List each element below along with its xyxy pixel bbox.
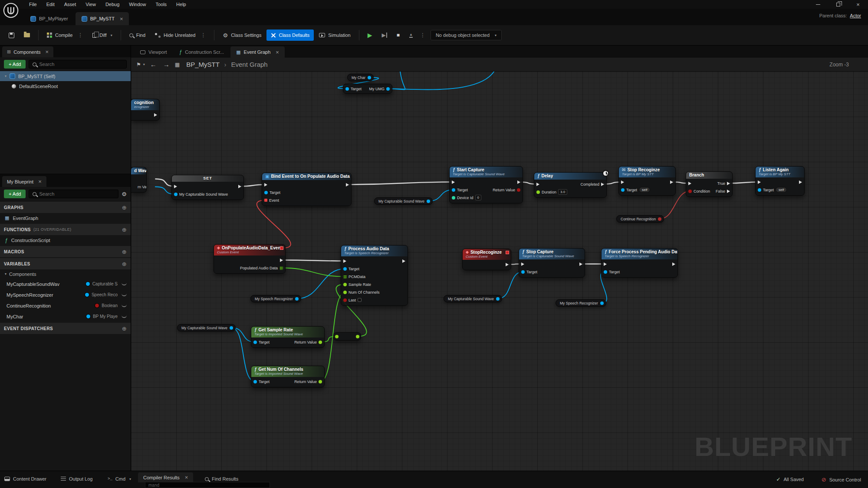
add-icon[interactable]: ⊕ [122,261,127,267]
graph-tab-event-graph[interactable]: ▦Event Graph× [230,46,285,58]
bool-pin[interactable] [343,298,347,302]
variable-pill-my-char[interactable]: My Char [347,74,374,81]
delegate-pin[interactable] [264,199,267,202]
float-pin[interactable] [319,341,322,344]
menu-debug[interactable]: Debug [101,1,124,8]
minimize-button[interactable] [808,0,828,9]
exec-pin[interactable] [601,183,604,186]
node-process-audio-data[interactable]: ƒProcess Audio DataTarget is Speech Reco… [341,245,408,306]
exec-pin[interactable] [670,180,673,184]
find-button[interactable]: Find [125,29,150,41]
exec-pin[interactable] [536,183,539,186]
close-icon[interactable]: × [38,179,42,184]
visibility-icon[interactable] [122,294,127,296]
add-blueprint-item-button[interactable]: + Add [4,190,26,198]
unreal-engine-logo[interactable] [3,2,19,19]
variable-pill-my-capturable-sound-wave[interactable]: My Capturable Sound Wave [374,197,433,205]
node-force-process-pending-audio-data[interactable]: ƒForce Process Pending Audio DataTarget … [601,248,678,278]
back-button[interactable]: ← [149,61,158,68]
eject-button[interactable]: ▲ [405,30,417,41]
obj-pin[interactable] [621,188,625,192]
obj-pin[interactable] [521,270,525,274]
variable-pill-my-speech-recognizer[interactable]: My Speech Recognizer [556,299,606,307]
doc-tab-bp-myplayer[interactable]: BP_MyPlayer [24,12,74,25]
hide-unrelated-options-icon[interactable]: ⋮ [201,32,206,38]
float-pin[interactable] [335,335,339,338]
exec-pin[interactable] [521,262,524,266]
exec-pin[interactable] [517,180,520,184]
exec-pin[interactable] [154,113,157,117]
graph-tab-viewport[interactable]: Viewport [135,46,173,58]
exec-pin[interactable] [264,183,267,187]
obj-pin[interactable] [343,267,347,271]
variable-mychar[interactable]: MyCharBP My Playe [0,311,131,322]
exec-pin[interactable] [238,185,241,188]
obj-pin[interactable] [253,380,257,383]
float-pin[interactable] [536,190,540,194]
class-defaults-button[interactable]: Class Defaults [266,29,314,41]
add-icon[interactable]: ⊕ [122,204,127,211]
exec-pin[interactable] [579,262,582,266]
visibility-icon[interactable] [122,283,127,285]
close-button[interactable]: × [848,0,868,9]
exec-pin[interactable] [688,182,691,185]
obj-pin[interactable] [386,87,390,91]
variable-pill-continue-recognition[interactable]: Continue Recognition [616,215,664,223]
int-pin[interactable] [452,196,455,200]
float-pin[interactable] [343,283,347,286]
node-get-sample-rate[interactable]: ƒGet Sample RateTarget is Imported Sound… [251,326,325,348]
exec-pin[interactable] [343,259,346,263]
debug-object-dropdown[interactable]: No debug object selected▾ [431,30,502,40]
doc-tab-bp-mystt[interactable]: BP_MySTT× [76,12,129,25]
exec-pin[interactable] [452,180,455,184]
category-components[interactable]: ▾Components [0,269,131,278]
visibility-icon[interactable] [122,315,127,318]
console-command-input[interactable]: mand [145,482,270,488]
frame-skip-button[interactable]: ▶ [378,29,391,41]
float-pin[interactable] [319,380,322,383]
obj-pin[interactable] [264,191,268,194]
exec-pin[interactable] [799,180,802,184]
node-call-stop-recoginze[interactable]: ✉Stop RecoginzeTarget is BP My STTTarget… [618,166,676,196]
float-pin[interactable] [356,335,359,338]
menu-edit[interactable]: Edit [42,1,59,8]
event-graph-canvas[interactable]: BLUEPRINT TargetMy UMGcognitionecognizer… [131,72,868,471]
node-branch[interactable]: BranchConditionTrueFalse [686,171,733,197]
variable-pill-my-speech-recognizer[interactable]: My Speech Recognizer [250,295,301,302]
item-eventgraph[interactable]: ▦EventGraph [0,213,131,223]
close-icon[interactable]: × [185,475,188,480]
obj-pin[interactable] [758,188,761,192]
close-icon[interactable]: × [120,16,123,22]
obj-pin[interactable] [452,188,455,192]
obj-pin[interactable] [604,270,607,274]
save-button[interactable] [4,29,19,41]
my-blueprint-search[interactable] [29,190,118,198]
exec-pin[interactable] [758,180,761,184]
exec-pin[interactable] [727,190,730,193]
simulation-button[interactable]: Simulation [315,29,355,41]
compiler-results-tab[interactable]: Compiler Results× [138,472,193,482]
node-stop-recoginze-event[interactable]: ◆StopRecoginzeCustom Event [462,249,511,270]
content-drawer-button[interactable]: Content Drawer [4,476,46,481]
item-constructionscript[interactable]: ƒConstructionScript [0,235,131,245]
component-defaultsceneroot[interactable]: DefaultSceneRoot [0,81,131,91]
add-icon[interactable]: ⊕ [122,226,127,233]
node-bind-event-to-on-populate-audio-data[interactable]: ▣Bind Event to On Populate Audio DataTar… [262,173,352,206]
class-settings-button[interactable]: ⚙Class Settings [218,29,266,41]
node-set-my-capturable-sound-wave[interactable]: SETMy Capturable Sound Wave [171,175,244,200]
delegate-pin[interactable] [280,246,283,250]
exec-pin[interactable] [174,185,177,188]
parent-class-link[interactable]: Actor [850,13,861,18]
gear-icon[interactable]: ⚙ [122,191,127,197]
obj-pin[interactable] [230,326,233,330]
node-stop-capture[interactable]: ƒStop CaptureTarget is Capturable Sound … [519,248,585,278]
node-clipped-recognizer[interactable]: cognitionecognizer [131,99,160,121]
node-clipped-sound-wave[interactable]: d Wavern Value [131,167,147,193]
component-bp-mystt-self[interactable]: ▾BP_MySTT (Self) [0,71,131,81]
node-reroute[interactable] [333,332,361,341]
obj-pin[interactable] [174,193,178,196]
menu-file[interactable]: File [24,1,42,8]
menu-help[interactable]: Help [171,1,191,8]
add-icon[interactable]: ⊕ [122,249,127,255]
variable-continuerecognition[interactable]: ContinueRecognitionBoolean [0,300,131,311]
